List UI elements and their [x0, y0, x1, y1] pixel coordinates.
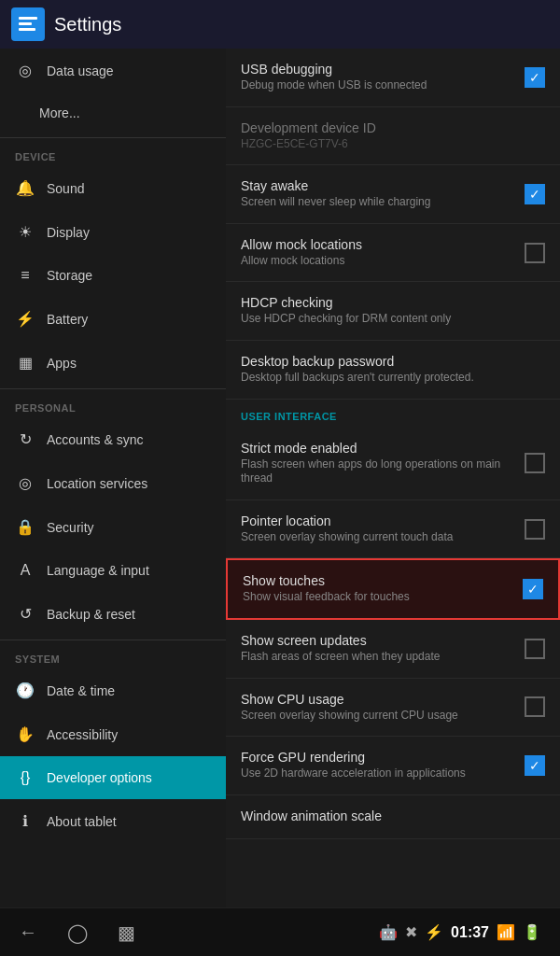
date-time-icon: 🕐 — [15, 682, 35, 699]
sidebar-item-security[interactable]: 🔒 Security — [0, 505, 226, 549]
sidebar-item-sound[interactable]: 🔔 Sound — [0, 166, 226, 210]
system-section-label: SYSTEM — [0, 644, 226, 668]
setting-desc: Screen will never sleep while charging — [241, 195, 517, 210]
android-icon: 🤖 — [379, 923, 398, 941]
bottom-bar: ← ◯ ▩ 🤖 ✖ ⚡ 01:37 📶 🔋 — [0, 907, 560, 956]
setting-title: Show touches — [243, 573, 515, 588]
setting-pointer-location[interactable]: Pointer location Screen overlay showing … — [226, 500, 560, 559]
show-screen-updates-checkbox[interactable] — [525, 639, 545, 659]
accessibility-icon: ✋ — [15, 725, 35, 743]
divider — [0, 137, 226, 138]
status-right: 🤖 ✖ ⚡ 01:37 📶 🔋 — [379, 923, 541, 941]
sidebar-item-language-input[interactable]: A Language & input — [0, 549, 226, 592]
security-icon: 🔒 — [15, 518, 35, 536]
show-cpu-usage-checkbox[interactable] — [525, 696, 545, 717]
sidebar: ◎ Data usage More... DEVICE 🔔 Sound ☀ Di… — [0, 49, 226, 907]
setting-dev-device-id: Development device ID HZGC-E5CE-GT7V-6 — [226, 107, 560, 166]
sidebar-item-developer-options[interactable]: {} Developer options — [0, 756, 226, 799]
sidebar-item-battery[interactable]: ⚡ Battery — [0, 297, 226, 341]
sidebar-item-more[interactable]: More... — [0, 92, 226, 134]
setting-desktop-backup[interactable]: Desktop backup password Desktop full bac… — [226, 341, 560, 400]
battery-icon: ⚡ — [15, 310, 35, 328]
setting-desc: Allow mock locations — [241, 254, 517, 269]
setting-stay-awake[interactable]: Stay awake Screen will never sleep while… — [226, 165, 560, 224]
sidebar-item-backup-reset[interactable]: ↺ Backup & reset — [0, 592, 226, 636]
pointer-location-checkbox[interactable] — [525, 519, 545, 540]
sidebar-item-data-usage[interactable]: ◎ Data usage — [0, 49, 226, 92]
divider — [0, 640, 226, 640]
about-icon: ℹ — [15, 812, 35, 830]
sidebar-item-storage[interactable]: ≡ Storage — [0, 254, 226, 297]
sidebar-item-apps[interactable]: ▦ Apps — [0, 341, 226, 385]
setting-title: Stay awake — [241, 178, 517, 193]
setting-title: Strict mode enabled — [241, 441, 517, 456]
setting-show-cpu-usage[interactable]: Show CPU usage Screen overlay showing cu… — [226, 679, 560, 738]
sidebar-item-date-time[interactable]: 🕐 Date & time — [0, 668, 226, 712]
setting-title: USB debugging — [241, 62, 517, 77]
setting-window-animation-scale[interactable]: Window animation scale — [226, 795, 560, 839]
sidebar-item-label: Accounts & sync — [47, 432, 144, 447]
setting-desc: Show visual feedback for touches — [243, 590, 515, 605]
setting-desc: Debug mode when USB is connected — [241, 78, 517, 93]
back-button[interactable]: ← — [19, 921, 37, 943]
device-section-label: DEVICE — [0, 142, 226, 166]
recents-button[interactable]: ▩ — [118, 921, 135, 944]
sidebar-item-location-services[interactable]: ◎ Location services — [0, 461, 226, 505]
setting-title: Allow mock locations — [241, 237, 517, 252]
setting-desc: Use HDCP checking for DRM content only — [241, 312, 545, 327]
setting-desc: Screen overlay showing current CPU usage — [241, 709, 517, 724]
sidebar-item-label: Developer options — [47, 770, 152, 785]
svg-rect-0 — [19, 17, 37, 20]
sidebar-item-accessibility[interactable]: ✋ Accessibility — [0, 712, 226, 756]
setting-usb-debugging[interactable]: USB debugging Debug mode when USB is con… — [226, 49, 560, 107]
sidebar-item-label: Data usage — [47, 63, 114, 78]
sidebar-item-label: Battery — [47, 312, 88, 327]
storage-icon: ≡ — [15, 267, 35, 284]
setting-show-touches[interactable]: Show touches Show visual feedback for to… — [226, 558, 560, 620]
nav-left: ← ◯ ▩ — [19, 921, 135, 944]
backup-icon: ↺ — [15, 605, 35, 623]
sidebar-item-label: Apps — [47, 356, 77, 371]
setting-desc: HZGC-E5CE-GT7V-6 — [241, 137, 545, 152]
stay-awake-checkbox[interactable]: ✓ — [525, 184, 545, 204]
usb-debugging-checkbox[interactable]: ✓ — [525, 67, 545, 88]
setting-desc: Screen overlay showing current touch dat… — [241, 530, 517, 545]
force-gpu-checkbox[interactable]: ✓ — [525, 755, 545, 776]
setting-title: Desktop backup password — [241, 354, 545, 369]
app-icon — [11, 7, 45, 41]
location-icon: ◎ — [15, 474, 35, 492]
setting-desc: Use 2D hardware acceleration in applicat… — [241, 766, 517, 781]
mock-locations-checkbox[interactable] — [525, 243, 545, 263]
sidebar-item-label: Language & input — [47, 563, 149, 578]
setting-title: Development device ID — [241, 120, 545, 135]
setting-title: Pointer location — [241, 513, 517, 528]
sidebar-item-about-tablet[interactable]: ℹ About tablet — [0, 799, 226, 843]
developer-icon: {} — [15, 769, 35, 786]
sidebar-item-display[interactable]: ☀ Display — [0, 210, 226, 254]
setting-show-screen-updates[interactable]: Show screen updates Flash areas of scree… — [226, 620, 560, 679]
setting-mock-locations[interactable]: Allow mock locations Allow mock location… — [226, 224, 560, 283]
setting-title: Show screen updates — [241, 633, 517, 648]
sidebar-item-label: Accessibility — [47, 727, 118, 742]
home-button[interactable]: ◯ — [67, 921, 88, 944]
sound-icon: 🔔 — [15, 179, 35, 197]
accounts-sync-icon: ↻ — [15, 430, 35, 448]
sidebar-item-label: Date & time — [47, 683, 115, 698]
sidebar-item-label: About tablet — [47, 814, 117, 829]
show-touches-checkbox[interactable]: ✓ — [523, 579, 543, 599]
top-bar: Settings — [0, 0, 560, 49]
sidebar-item-more-label: More... — [39, 105, 80, 120]
strict-mode-checkbox[interactable] — [525, 453, 545, 473]
sidebar-item-label: Location services — [47, 476, 147, 491]
setting-strict-mode[interactable]: Strict mode enabled Flash screen when ap… — [226, 428, 560, 500]
main-content: ◎ Data usage More... DEVICE 🔔 Sound ☀ Di… — [0, 49, 560, 907]
setting-hdcp-checking[interactable]: HDCP checking Use HDCP checking for DRM … — [226, 282, 560, 341]
svg-rect-1 — [19, 22, 32, 25]
section-header-text: USER INTERFACE — [241, 411, 337, 422]
time-display: 01:37 — [451, 924, 489, 941]
setting-title: HDCP checking — [241, 295, 545, 310]
setting-title: Force GPU rendering — [241, 750, 517, 765]
sidebar-item-accounts-sync[interactable]: ↻ Accounts & sync — [0, 417, 226, 461]
personal-section-label: PERSONAL — [0, 393, 226, 417]
setting-force-gpu[interactable]: Force GPU rendering Use 2D hardware acce… — [226, 737, 560, 795]
